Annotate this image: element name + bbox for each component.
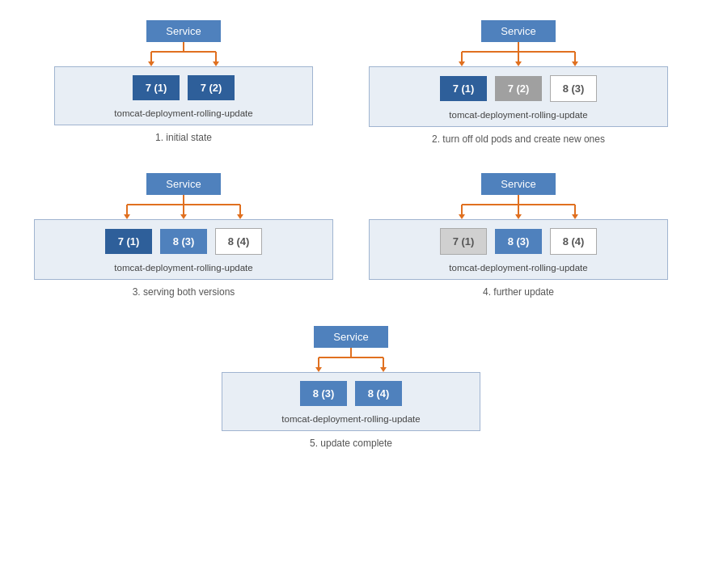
diagram-1: Service 7 (1) 7 (2) tomcat-deployment-ro… xyxy=(16,8,351,161)
pod-3-3: 8 (4) xyxy=(215,228,262,255)
pod-5-2: 8 (4) xyxy=(355,381,402,406)
deploy-box-3: 7 (1) 8 (3) 8 (4) tomcat-deployment-roll… xyxy=(34,219,333,280)
arrow-svg-3 xyxy=(95,195,273,219)
service-section-5: Service xyxy=(286,326,416,372)
deploy-label-5: tomcat-deployment-rolling-update xyxy=(281,414,420,424)
diagram-3: Service 7 (1) 8 (3) 8 (4) tomcat-deploym… xyxy=(16,161,351,314)
pod-2-2: 7 (2) xyxy=(495,76,542,101)
service-section-1: Service xyxy=(119,20,248,66)
service-box-1: Service xyxy=(146,20,220,42)
pods-row-4: 7 (1) 8 (3) 8 (4) xyxy=(440,228,597,255)
pod-2-3: 8 (3) xyxy=(550,75,597,102)
pod-2-1: 7 (1) xyxy=(440,76,487,101)
service-section-3: Service xyxy=(95,173,273,219)
diagram-grid: Service 7 (1) 7 (2) tomcat-deployment-ro… xyxy=(0,0,702,473)
service-section-2: Service xyxy=(429,20,607,66)
pods-row-1: 7 (1) 7 (2) xyxy=(133,75,235,100)
deploy-box-5: 8 (3) 8 (4) tomcat-deployment-rolling-up… xyxy=(222,372,480,431)
pod-1-2: 7 (2) xyxy=(188,75,235,100)
pods-row-3: 7 (1) 8 (3) 8 (4) xyxy=(105,228,262,255)
pod-3-1: 7 (1) xyxy=(105,229,152,254)
pod-3-2: 8 (3) xyxy=(160,229,207,254)
service-box-2: Service xyxy=(481,20,555,42)
caption-5: 5. update complete xyxy=(310,438,392,449)
service-box-5: Service xyxy=(314,326,387,348)
caption-1: 1. initial state xyxy=(155,132,212,143)
service-box-4: Service xyxy=(481,173,555,195)
pod-4-3: 8 (4) xyxy=(550,228,597,255)
deploy-label-4: tomcat-deployment-rolling-update xyxy=(449,263,587,273)
deploy-label-2: tomcat-deployment-rolling-update xyxy=(449,110,587,120)
pods-row-2: 7 (1) 7 (2) 8 (3) xyxy=(440,75,597,102)
pod-1-1: 7 (1) xyxy=(133,75,180,100)
caption-4: 4. further update xyxy=(483,286,554,298)
deploy-box-2: 7 (1) 7 (2) 8 (3) tomcat-deployment-roll… xyxy=(369,66,668,127)
service-section-4: Service xyxy=(429,173,607,219)
caption-2: 2. turn off old pods and create new ones xyxy=(432,133,605,145)
arrow-svg-5 xyxy=(286,348,416,372)
pods-row-5: 8 (3) 8 (4) xyxy=(300,381,402,406)
deploy-label-3: tomcat-deployment-rolling-update xyxy=(114,263,252,273)
deploy-box-4: 7 (1) 8 (3) 8 (4) tomcat-deployment-roll… xyxy=(369,219,668,280)
diagram-4: Service 7 (1) 8 (3) 8 (4) tomcat-deploym… xyxy=(351,161,686,314)
diagram-5: Service 8 (3) 8 (4) tomcat-deployment-ro… xyxy=(16,314,686,465)
deploy-box-1: 7 (1) 7 (2) tomcat-deployment-rolling-up… xyxy=(54,66,313,125)
caption-3: 3. serving both versions xyxy=(133,286,235,298)
pod-4-1: 7 (1) xyxy=(440,228,487,255)
arrow-svg-4 xyxy=(429,195,607,219)
service-box-3: Service xyxy=(146,173,220,195)
arrow-svg-2 xyxy=(429,42,607,66)
deploy-label-1: tomcat-deployment-rolling-update xyxy=(114,108,252,118)
arrow-svg-1 xyxy=(119,42,248,66)
pod-4-2: 8 (3) xyxy=(495,229,542,254)
diagram-2: Service 7 (1) 7 (2) 8 (3) tomcat-deploym… xyxy=(351,8,686,161)
pod-5-1: 8 (3) xyxy=(300,381,347,406)
